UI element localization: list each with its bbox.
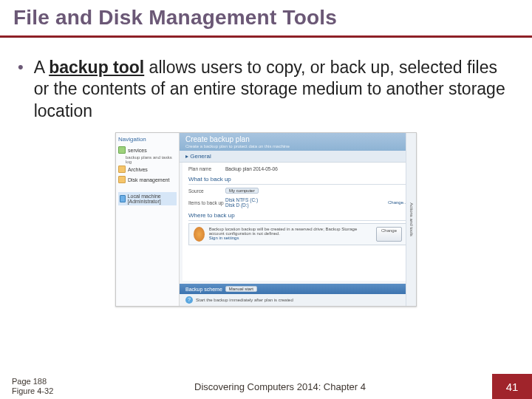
change-button[interactable]: Change <box>376 227 402 242</box>
main-panel: Create backup plan Create a backup plan … <box>180 133 416 306</box>
schedule-dropdown[interactable]: Manual start <box>225 286 257 292</box>
nav-subitem[interactable]: backup plans and tasks <box>126 155 177 160</box>
machine-icon <box>120 195 126 202</box>
slide-footer: Page 188 Figure 4-32 Discovering Compute… <box>0 374 532 399</box>
cloud-icon <box>194 227 205 242</box>
nav-selected-label: Local machine [Administrator] <box>128 194 175 204</box>
right-tab-label: Actions and tools <box>409 202 414 236</box>
plan-name-label: Plan name <box>188 166 225 171</box>
title-bar: File and Disk Management Tools <box>0 0 532 33</box>
nav-item[interactable]: services <box>118 145 177 155</box>
figure-ref: Figure 4-32 <box>12 386 68 396</box>
schedule-label: Backup scheme <box>185 287 222 292</box>
signin-link[interactable]: Sign in settings <box>209 236 239 240</box>
bullet-marker: • <box>18 57 24 78</box>
nav-item-label: Disk management <box>128 177 169 183</box>
panel-header-title: Create backup plan <box>185 135 250 143</box>
bullet-text: A backup tool allows users to copy, or b… <box>34 57 514 122</box>
schedule-note: Start the backup immediately after plan … <box>196 298 293 302</box>
slide-title: File and Disk Management Tools <box>13 6 519 30</box>
source-row: Source My computer <box>188 187 407 194</box>
right-tab[interactable]: Actions and tools <box>406 133 416 306</box>
nav-selected[interactable]: Local machine [Administrator] <box>118 192 177 205</box>
bullet-item: • A backup tool allows users to copy, or… <box>18 57 514 122</box>
content-area: • A backup tool allows users to copy, or… <box>0 38 532 307</box>
nav-panel: Navigation services backup plans and tas… <box>116 133 180 306</box>
slide-number: 41 <box>492 374 532 399</box>
disk-icon <box>118 176 126 183</box>
tab-general[interactable]: ▸ General <box>180 151 416 163</box>
archive-icon <box>118 166 126 173</box>
nav-item[interactable]: Disk management <box>118 174 177 185</box>
source-label: Source <box>188 188 225 194</box>
help-icon[interactable]: ? <box>185 296 193 304</box>
items-row: Items to back up Disk NTFS (C:)Disk D (D… <box>188 197 407 208</box>
destination-box: Backup location backup will be created i… <box>188 223 407 245</box>
panel-foot: ? Start the backup immediately after pla… <box>180 294 416 306</box>
plan-name-row: Plan name Backup plan 2014-05-06 <box>188 166 407 172</box>
bullet-bold: backup tool <box>49 58 144 77</box>
panel-header: Create backup plan Create a backup plan … <box>180 133 416 151</box>
plan-name-value[interactable]: Backup plan 2014-05-06 <box>225 166 407 171</box>
nav-title: Navigation <box>118 136 177 143</box>
bullet-prefix: A <box>34 58 49 77</box>
backup-tool-screenshot: Navigation services backup plans and tas… <box>115 132 417 307</box>
footer-left: Page 188 Figure 4-32 <box>0 374 68 399</box>
nav-item[interactable]: Archives <box>118 164 177 174</box>
panel-body: Plan name Backup plan 2014-05-06 What to… <box>183 163 413 281</box>
destination-text: Backup location backup will be created i… <box>209 227 372 242</box>
items-value: Disk NTFS (C:)Disk D (D:) <box>225 197 388 208</box>
footer-chapter: Discovering Computers 2014: Chapter 4 <box>68 374 492 399</box>
nav-item-label: services <box>128 148 147 153</box>
items-label: Items to back up <box>188 200 225 205</box>
page-ref: Page 188 <box>12 377 68 386</box>
change-link[interactable]: Change... <box>388 200 407 205</box>
screenshot-wrap: Navigation services backup plans and tas… <box>18 132 514 307</box>
schedule-bar: Backup scheme Manual start <box>180 284 416 294</box>
section-where: Where to back up <box>188 211 407 221</box>
source-dropdown[interactable]: My computer <box>225 188 259 194</box>
section-what: What to back up <box>188 174 407 185</box>
nav-item-label: Archives <box>128 167 148 172</box>
tab-label: General <box>190 153 211 160</box>
service-icon <box>118 146 126 154</box>
panel-header-subtitle: Create a backup plan to protect data on … <box>185 144 410 149</box>
